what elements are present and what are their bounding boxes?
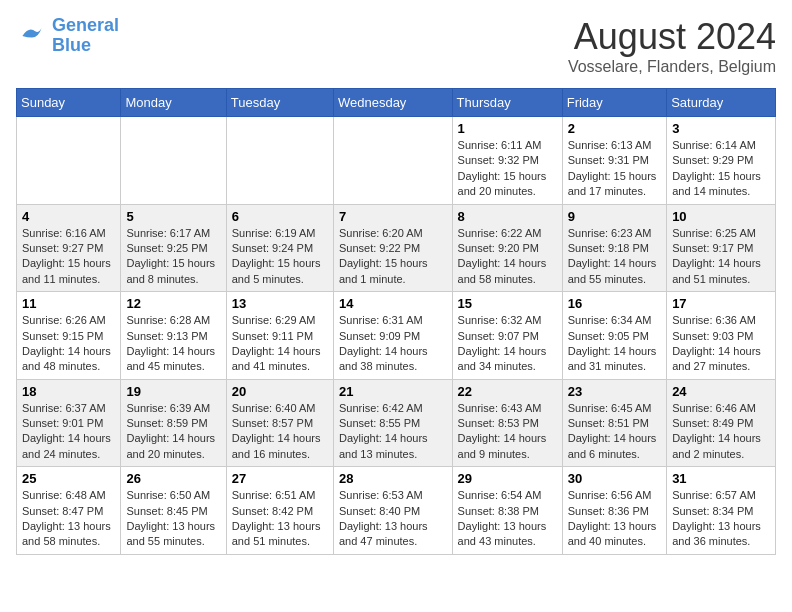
day-number: 31 <box>672 471 770 486</box>
day-number: 4 <box>22 209 115 224</box>
day-info: Sunrise: 6:45 AM Sunset: 8:51 PM Dayligh… <box>568 401 661 463</box>
day-info: Sunrise: 6:54 AM Sunset: 8:38 PM Dayligh… <box>458 488 557 550</box>
day-number: 25 <box>22 471 115 486</box>
calendar-cell: 15Sunrise: 6:32 AM Sunset: 9:07 PM Dayli… <box>452 292 562 380</box>
day-info: Sunrise: 6:53 AM Sunset: 8:40 PM Dayligh… <box>339 488 447 550</box>
weekday-header-monday: Monday <box>121 89 226 117</box>
main-title: August 2024 <box>568 16 776 58</box>
day-number: 18 <box>22 384 115 399</box>
calendar-week-5: 25Sunrise: 6:48 AM Sunset: 8:47 PM Dayli… <box>17 467 776 555</box>
day-info: Sunrise: 6:34 AM Sunset: 9:05 PM Dayligh… <box>568 313 661 375</box>
calendar-cell: 16Sunrise: 6:34 AM Sunset: 9:05 PM Dayli… <box>562 292 666 380</box>
calendar-cell <box>17 117 121 205</box>
day-info: Sunrise: 6:40 AM Sunset: 8:57 PM Dayligh… <box>232 401 328 463</box>
calendar-cell: 19Sunrise: 6:39 AM Sunset: 8:59 PM Dayli… <box>121 379 226 467</box>
calendar-cell: 28Sunrise: 6:53 AM Sunset: 8:40 PM Dayli… <box>333 467 452 555</box>
calendar-cell: 31Sunrise: 6:57 AM Sunset: 8:34 PM Dayli… <box>667 467 776 555</box>
day-info: Sunrise: 6:46 AM Sunset: 8:49 PM Dayligh… <box>672 401 770 463</box>
calendar-cell: 23Sunrise: 6:45 AM Sunset: 8:51 PM Dayli… <box>562 379 666 467</box>
day-info: Sunrise: 6:23 AM Sunset: 9:18 PM Dayligh… <box>568 226 661 288</box>
subtitle: Vosselare, Flanders, Belgium <box>568 58 776 76</box>
weekday-header-wednesday: Wednesday <box>333 89 452 117</box>
weekday-header-friday: Friday <box>562 89 666 117</box>
day-info: Sunrise: 6:36 AM Sunset: 9:03 PM Dayligh… <box>672 313 770 375</box>
calendar-week-4: 18Sunrise: 6:37 AM Sunset: 9:01 PM Dayli… <box>17 379 776 467</box>
calendar-cell: 6Sunrise: 6:19 AM Sunset: 9:24 PM Daylig… <box>226 204 333 292</box>
weekday-header-tuesday: Tuesday <box>226 89 333 117</box>
calendar-week-1: 1Sunrise: 6:11 AM Sunset: 9:32 PM Daylig… <box>17 117 776 205</box>
day-number: 8 <box>458 209 557 224</box>
day-number: 27 <box>232 471 328 486</box>
day-number: 12 <box>126 296 220 311</box>
header: General Blue August 2024 Vosselare, Flan… <box>16 16 776 76</box>
calendar-cell: 30Sunrise: 6:56 AM Sunset: 8:36 PM Dayli… <box>562 467 666 555</box>
calendar-cell: 11Sunrise: 6:26 AM Sunset: 9:15 PM Dayli… <box>17 292 121 380</box>
day-number: 29 <box>458 471 557 486</box>
day-number: 20 <box>232 384 328 399</box>
calendar-cell <box>333 117 452 205</box>
calendar-cell: 4Sunrise: 6:16 AM Sunset: 9:27 PM Daylig… <box>17 204 121 292</box>
weekday-header-sunday: Sunday <box>17 89 121 117</box>
calendar-cell: 22Sunrise: 6:43 AM Sunset: 8:53 PM Dayli… <box>452 379 562 467</box>
day-number: 15 <box>458 296 557 311</box>
weekday-header-saturday: Saturday <box>667 89 776 117</box>
day-info: Sunrise: 6:20 AM Sunset: 9:22 PM Dayligh… <box>339 226 447 288</box>
calendar-cell: 9Sunrise: 6:23 AM Sunset: 9:18 PM Daylig… <box>562 204 666 292</box>
logo: General Blue <box>16 16 119 56</box>
day-info: Sunrise: 6:13 AM Sunset: 9:31 PM Dayligh… <box>568 138 661 200</box>
day-info: Sunrise: 6:26 AM Sunset: 9:15 PM Dayligh… <box>22 313 115 375</box>
day-info: Sunrise: 6:57 AM Sunset: 8:34 PM Dayligh… <box>672 488 770 550</box>
day-number: 17 <box>672 296 770 311</box>
calendar-cell: 25Sunrise: 6:48 AM Sunset: 8:47 PM Dayli… <box>17 467 121 555</box>
day-number: 28 <box>339 471 447 486</box>
calendar-cell: 13Sunrise: 6:29 AM Sunset: 9:11 PM Dayli… <box>226 292 333 380</box>
day-info: Sunrise: 6:19 AM Sunset: 9:24 PM Dayligh… <box>232 226 328 288</box>
day-info: Sunrise: 6:29 AM Sunset: 9:11 PM Dayligh… <box>232 313 328 375</box>
day-number: 30 <box>568 471 661 486</box>
day-number: 9 <box>568 209 661 224</box>
day-number: 10 <box>672 209 770 224</box>
day-info: Sunrise: 6:43 AM Sunset: 8:53 PM Dayligh… <box>458 401 557 463</box>
day-number: 21 <box>339 384 447 399</box>
day-info: Sunrise: 6:56 AM Sunset: 8:36 PM Dayligh… <box>568 488 661 550</box>
calendar-cell: 3Sunrise: 6:14 AM Sunset: 9:29 PM Daylig… <box>667 117 776 205</box>
calendar-cell: 20Sunrise: 6:40 AM Sunset: 8:57 PM Dayli… <box>226 379 333 467</box>
day-info: Sunrise: 6:17 AM Sunset: 9:25 PM Dayligh… <box>126 226 220 288</box>
day-info: Sunrise: 6:50 AM Sunset: 8:45 PM Dayligh… <box>126 488 220 550</box>
day-info: Sunrise: 6:22 AM Sunset: 9:20 PM Dayligh… <box>458 226 557 288</box>
weekday-header-thursday: Thursday <box>452 89 562 117</box>
day-info: Sunrise: 6:42 AM Sunset: 8:55 PM Dayligh… <box>339 401 447 463</box>
calendar-cell: 7Sunrise: 6:20 AM Sunset: 9:22 PM Daylig… <box>333 204 452 292</box>
day-info: Sunrise: 6:39 AM Sunset: 8:59 PM Dayligh… <box>126 401 220 463</box>
day-number: 23 <box>568 384 661 399</box>
day-number: 1 <box>458 121 557 136</box>
day-number: 16 <box>568 296 661 311</box>
calendar-table: SundayMondayTuesdayWednesdayThursdayFrid… <box>16 88 776 555</box>
calendar-cell: 5Sunrise: 6:17 AM Sunset: 9:25 PM Daylig… <box>121 204 226 292</box>
calendar-cell: 21Sunrise: 6:42 AM Sunset: 8:55 PM Dayli… <box>333 379 452 467</box>
weekday-header-row: SundayMondayTuesdayWednesdayThursdayFrid… <box>17 89 776 117</box>
day-number: 24 <box>672 384 770 399</box>
day-number: 6 <box>232 209 328 224</box>
calendar-cell: 1Sunrise: 6:11 AM Sunset: 9:32 PM Daylig… <box>452 117 562 205</box>
day-number: 2 <box>568 121 661 136</box>
calendar-cell: 26Sunrise: 6:50 AM Sunset: 8:45 PM Dayli… <box>121 467 226 555</box>
calendar-cell: 12Sunrise: 6:28 AM Sunset: 9:13 PM Dayli… <box>121 292 226 380</box>
calendar-cell: 17Sunrise: 6:36 AM Sunset: 9:03 PM Dayli… <box>667 292 776 380</box>
day-number: 13 <box>232 296 328 311</box>
day-info: Sunrise: 6:31 AM Sunset: 9:09 PM Dayligh… <box>339 313 447 375</box>
day-number: 5 <box>126 209 220 224</box>
calendar-cell: 10Sunrise: 6:25 AM Sunset: 9:17 PM Dayli… <box>667 204 776 292</box>
calendar-cell: 2Sunrise: 6:13 AM Sunset: 9:31 PM Daylig… <box>562 117 666 205</box>
day-number: 7 <box>339 209 447 224</box>
title-area: August 2024 Vosselare, Flanders, Belgium <box>568 16 776 76</box>
day-number: 11 <box>22 296 115 311</box>
day-info: Sunrise: 6:48 AM Sunset: 8:47 PM Dayligh… <box>22 488 115 550</box>
calendar-cell: 18Sunrise: 6:37 AM Sunset: 9:01 PM Dayli… <box>17 379 121 467</box>
day-number: 3 <box>672 121 770 136</box>
day-info: Sunrise: 6:51 AM Sunset: 8:42 PM Dayligh… <box>232 488 328 550</box>
day-info: Sunrise: 6:32 AM Sunset: 9:07 PM Dayligh… <box>458 313 557 375</box>
day-info: Sunrise: 6:37 AM Sunset: 9:01 PM Dayligh… <box>22 401 115 463</box>
day-info: Sunrise: 6:28 AM Sunset: 9:13 PM Dayligh… <box>126 313 220 375</box>
day-number: 26 <box>126 471 220 486</box>
